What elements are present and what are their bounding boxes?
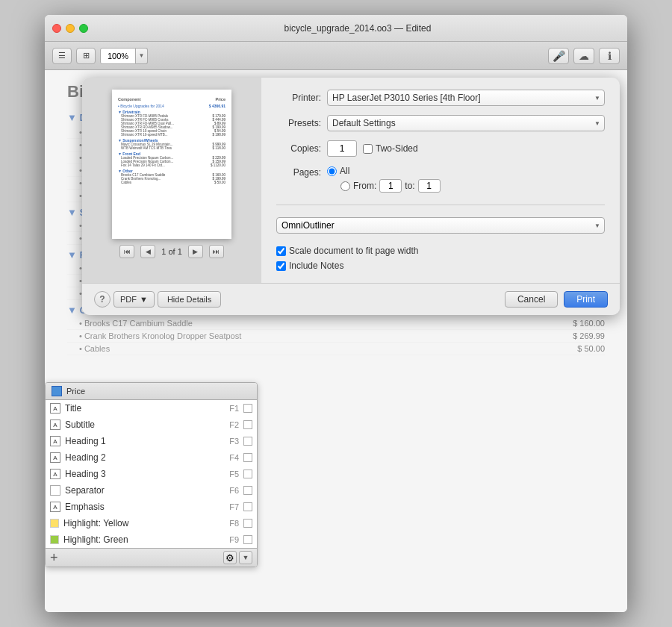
- emphasis-style-name: Emphasis: [65, 502, 216, 512]
- title-style-checkbox[interactable]: [243, 404, 252, 413]
- zoom-arrow[interactable]: ▼: [136, 48, 148, 64]
- printer-select[interactable]: HP LaserJet P3010 Series [4th Floor]: [327, 90, 605, 106]
- preview-next-button[interactable]: ▶: [188, 245, 203, 258]
- separator: [276, 205, 605, 205]
- scale-checkbox-label[interactable]: Scale document to fit page width: [276, 246, 605, 256]
- include-notes-label: Include Notes: [289, 261, 343, 271]
- dialog-bottom-bar: ? PDF ▼ Hide Details Cancel Print: [82, 283, 620, 315]
- pages-from-radio[interactable]: [340, 181, 350, 191]
- pages-from-label[interactable]: From:: [340, 181, 376, 191]
- pages-from-text: From:: [353, 181, 376, 191]
- cloud-button[interactable]: ☁: [573, 48, 594, 64]
- pdf-dropdown-arrow: ▼: [140, 295, 148, 304]
- hide-details-button[interactable]: Hide Details: [158, 291, 221, 308]
- zoom-input[interactable]: [100, 48, 136, 64]
- separator-style-checkbox[interactable]: [243, 486, 252, 495]
- microphone-button[interactable]: 🎤: [548, 48, 569, 64]
- printer-row: Printer: HP LaserJet P3010 Series [4th F…: [276, 90, 605, 106]
- heading2-style-shortcut: F4: [220, 453, 239, 462]
- highlight-yellow-checkbox[interactable]: [243, 519, 252, 528]
- scale-checkbox[interactable]: [276, 246, 286, 256]
- zoom-control: ▼: [100, 48, 148, 64]
- copies-label: Copies:: [276, 143, 321, 154]
- two-sided-checkbox-label[interactable]: Two-Sided: [363, 143, 418, 154]
- help-button[interactable]: ?: [94, 291, 111, 308]
- style-item-subtitle[interactable]: A Subtitle F2: [46, 417, 257, 433]
- pages-row: Pages: All From:: [276, 166, 605, 193]
- pdf-button[interactable]: PDF ▼: [113, 291, 155, 308]
- separator-style-icon: [50, 485, 60, 496]
- checkbox-section: Scale document to fit page width Include…: [276, 243, 605, 271]
- cancel-button[interactable]: Cancel: [505, 291, 558, 308]
- settings-panel: Printer: HP LaserJet P3010 Series [4th F…: [261, 78, 620, 283]
- style-item-heading2[interactable]: A Heading 2 F4: [46, 449, 257, 466]
- style-item-highlight-yellow[interactable]: Highlight: Yellow F8: [46, 515, 257, 531]
- emphasis-style-checkbox[interactable]: [243, 502, 252, 511]
- heading1-style-shortcut: F3: [220, 437, 239, 446]
- presets-select[interactable]: Default Settings: [327, 115, 605, 131]
- item-cables: • Cables$ 50.00: [67, 343, 605, 355]
- highlight-green-icon: [50, 535, 59, 544]
- include-notes-checkbox-label[interactable]: Include Notes: [276, 261, 605, 271]
- styles-panel: Price A Title F1 A Subtitle F2 A: [45, 382, 258, 567]
- heading1-style-checkbox[interactable]: [243, 437, 252, 446]
- traffic-lights: [52, 24, 88, 33]
- preview-prev-button[interactable]: ◀: [140, 245, 155, 258]
- heading2-style-icon: A: [50, 452, 60, 463]
- subtitle-style-checkbox[interactable]: [243, 420, 252, 429]
- highlight-green-checkbox[interactable]: [243, 535, 252, 544]
- item-saddle: • Brooks C17 Cambium Saddle$ 160.00: [67, 317, 605, 330]
- two-sided-checkbox[interactable]: [363, 144, 373, 154]
- print-button[interactable]: Print: [564, 291, 608, 308]
- pages-label: Pages:: [276, 166, 321, 178]
- presets-row: Presets: Default Settings ▼: [276, 115, 605, 131]
- copies-row: Copies: Two-Sided: [276, 140, 605, 157]
- preview-last-button[interactable]: ⏭: [209, 245, 224, 258]
- heading3-style-checkbox[interactable]: [243, 470, 252, 478]
- highlight-green-name: Highlight: Green: [63, 534, 216, 545]
- dropdown-button[interactable]: ▼: [239, 551, 252, 564]
- add-style-button[interactable]: +: [50, 551, 58, 564]
- presets-label: Presets:: [276, 118, 321, 128]
- close-button[interactable]: [52, 24, 61, 33]
- emphasis-style-shortcut: F7: [220, 502, 239, 511]
- view-button[interactable]: ⊞: [76, 48, 96, 64]
- minimize-button[interactable]: [66, 24, 75, 33]
- main-area: Bicycle Upgrades for 2014 ▼ Drivetrain$ …: [45, 70, 627, 612]
- pages-from-input[interactable]: [379, 179, 402, 193]
- preview-first-button[interactable]: ⏮: [119, 245, 134, 258]
- style-item-highlight-green[interactable]: Highlight: Green F9: [46, 531, 257, 548]
- heading2-style-checkbox[interactable]: [243, 453, 252, 462]
- style-item-emphasis[interactable]: A Emphasis F7: [46, 499, 257, 515]
- pages-all-label[interactable]: All: [327, 166, 441, 176]
- print-dialog-main: Component Price • Bicycle Upgrades for 2…: [82, 78, 620, 283]
- pages-all-text: All: [340, 166, 349, 176]
- copies-input[interactable]: [327, 140, 357, 157]
- sidebar-toggle-button[interactable]: ☰: [52, 48, 72, 64]
- include-notes-checkbox[interactable]: [276, 261, 286, 271]
- item-seatpost: • Crank Brothers Kronolog Dropper Seatpo…: [67, 330, 605, 343]
- dialog-bottom-left: ? PDF ▼ Hide Details: [94, 291, 221, 308]
- gear-button[interactable]: ⚙: [223, 551, 237, 564]
- style-item-title[interactable]: A Title F1: [46, 400, 257, 417]
- highlight-yellow-shortcut: F8: [220, 519, 239, 528]
- pages-to-text: to:: [405, 181, 414, 191]
- omni-select[interactable]: OmniOutliner: [276, 217, 605, 234]
- omni-select-row: OmniOutliner ▼: [276, 217, 605, 234]
- style-item-separator[interactable]: Separator F6: [46, 482, 257, 499]
- printer-select-wrapper: HP LaserJet P3010 Series [4th Floor] ▼: [327, 90, 605, 106]
- from-to-row: From: to:: [340, 179, 441, 193]
- pages-all-radio[interactable]: [327, 166, 337, 176]
- pdf-button-label: PDF: [120, 295, 137, 304]
- maximize-button[interactable]: [79, 24, 88, 33]
- title-style-icon: A: [50, 403, 60, 414]
- subtitle-style-icon: A: [50, 419, 60, 430]
- styles-panel-header: Price: [46, 383, 257, 400]
- preview-paper: Component Price • Bicycle Upgrades for 2…: [112, 90, 231, 239]
- style-item-heading1[interactable]: A Heading 1 F3: [46, 433, 257, 449]
- info-button[interactable]: ℹ: [599, 48, 620, 64]
- titlebar: bicycle_upgrade_2014.oo3 — Edited: [45, 15, 627, 42]
- style-item-heading3[interactable]: A Heading 3 F5: [46, 466, 257, 482]
- pages-to-input[interactable]: [418, 179, 441, 193]
- separator-style-name: Separator: [65, 485, 216, 496]
